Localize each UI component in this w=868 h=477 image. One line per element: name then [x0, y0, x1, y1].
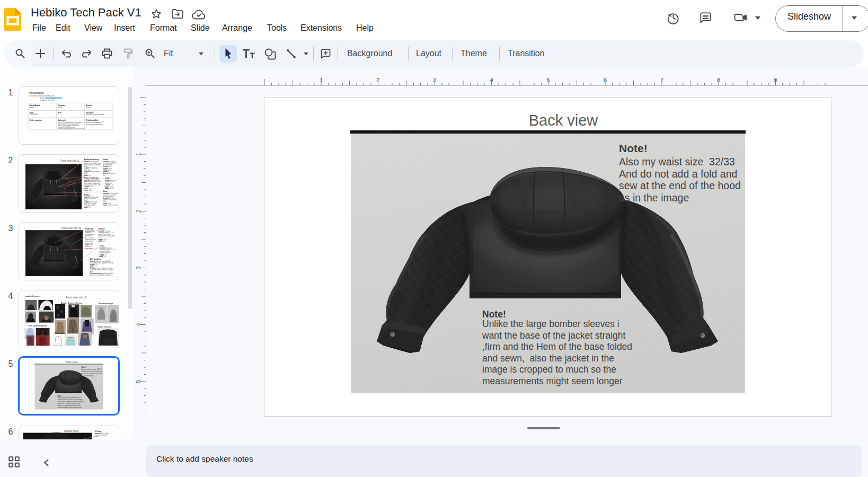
svg-text:(thanksgiving preferred): (thanksgiving preferred)	[86, 123, 103, 126]
svg-text:Front view info V2: Front view info V2	[61, 227, 81, 229]
svg-text:1: 1	[135, 153, 141, 156]
svg-text:placement·string of the pocket: placement·string of the pocket flap	[90, 274, 112, 276]
svg-text:Front view info v3: Front view info v3	[66, 296, 86, 299]
svg-text:Hood: Hood	[103, 158, 108, 161]
svg-text:Order quantity: Order quantity	[30, 119, 42, 121]
svg-text:Collar: Collar	[105, 177, 110, 179]
svg-text:finish.: finish.	[84, 165, 88, 167]
svg-text:width: 1 in.: width: 1 in.	[84, 174, 92, 176]
svg-text:4: 4	[490, 77, 493, 83]
svg-text:Well pockets.: Well pockets.	[90, 258, 101, 260]
svg-text:Introduction: Introduction	[29, 91, 44, 94]
svg-text:Sleeves.: Sleeves.	[99, 228, 105, 230]
svg-text:Winter: Winter	[86, 107, 91, 109]
svg-text:Rocke drawstring: Rocke drawstring	[84, 158, 99, 161]
svg-text:Base: Base	[103, 190, 108, 192]
svg-text:6: 6	[604, 77, 607, 83]
svg-text:7: 7	[660, 77, 663, 83]
svg-text:melvin: melvin	[30, 107, 34, 109]
svg-text:L: L	[58, 113, 59, 116]
svg-text:extym: 0.5 in.: extym: 0.5 in.	[84, 189, 93, 191]
svg-text:2: 2	[376, 77, 379, 83]
svg-text:3: 3	[433, 77, 436, 83]
svg-text:Front view info v1: Front view info v1	[60, 160, 79, 162]
svg-text:lint: lint	[103, 174, 105, 176]
svg-text:jacket: jacket	[57, 107, 62, 109]
svg-text:5: 5	[135, 380, 141, 383]
svg-text:8.5 in: 8.5 in	[84, 172, 88, 174]
svg-text:Well pockets.: Well pockets.	[55, 332, 65, 334]
svg-text:Pocket: Pocket	[84, 194, 91, 196]
svg-text:Lininig: blacksilver: Lininig: blacksilver	[103, 172, 116, 174]
svg-text:1 lining: 1 lining	[95, 430, 101, 432]
svg-text:4: 4	[135, 323, 141, 326]
svg-text:1: 1	[320, 77, 323, 83]
svg-text:Rocke hood.right.: Rocke hood.right.	[84, 177, 99, 179]
svg-text:5: 5	[547, 77, 550, 83]
svg-text:Pocket reference: Pocket reference	[98, 326, 112, 328]
svg-text:9: 9	[774, 77, 777, 83]
svg-text:width: 5 in: width: 5 in	[99, 255, 107, 258]
svg-text:8: 8	[717, 77, 720, 83]
svg-text:width: 2 in: width: 2 in	[84, 206, 92, 208]
svg-text:Interior view: Interior view	[64, 429, 78, 432]
svg-text:zipper rope: zipper rope	[85, 248, 92, 250]
svg-text:5.5 in from zipper, slanted 45: 5.5 in from zipper, slanted 45 degree	[90, 269, 113, 271]
svg-text:Cuffs../fashioned barrel: Cuffs../fashioned barrel	[28, 325, 47, 327]
svg-text:3: 3	[135, 266, 141, 269]
svg-text:Instagram lynnesth.: Instagram lynnesth.	[40, 99, 55, 101]
svg-text:Bomber Sleeves reference.: Bomber Sleeves reference.	[61, 302, 83, 304]
svg-text:Christian andreani,pamelo.: Christian andreani,pamelo.	[86, 113, 105, 116]
svg-text:mood references..: mood references..	[25, 295, 40, 297]
svg-text:Pocket v2: Pocket v2	[85, 228, 93, 230]
svg-text:width: 10 in: width: 10 in	[98, 240, 107, 242]
svg-text:arms: arms	[95, 436, 99, 438]
svg-text:1: 1	[30, 121, 31, 123]
svg-text:extym: 4.5 in: extym: 4.5 in	[105, 188, 113, 190]
svg-text:Cuffs.: Cuffs.	[100, 245, 104, 247]
svg-text:2: 2	[135, 209, 141, 213]
svg-text:10/20/2025: 10/20/2025	[30, 113, 38, 116]
svg-text:leather sateringh,price black,: leather sateringh,price black,matt black	[58, 128, 86, 130]
svg-text:seam: Turn-hour stitch: seam: Turn-hour stitch	[103, 204, 118, 206]
svg-text:Brodie tmari.sight.: Brodie tmari.sight.	[99, 303, 113, 305]
